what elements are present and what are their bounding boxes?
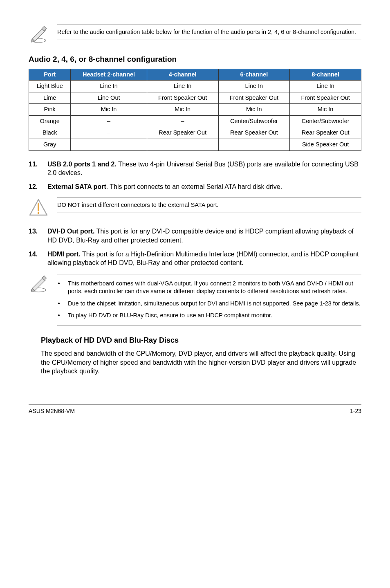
page-footer: ASUS M2N68-VM 1-23 [29, 404, 361, 415]
note-1-text: Refer to the audio configuration table b… [57, 29, 356, 35]
table-row: Light Blue Line In Line In Line In Line … [29, 81, 361, 92]
list-item: 12. External SATA port. This port connec… [29, 182, 361, 191]
pencil-note-icon [29, 25, 48, 44]
th-6ch: 6-channel [218, 69, 290, 81]
table-row: Orange – – Center/Subwoofer Center/Subwo… [29, 115, 361, 127]
note-2-body: • This motherboard comes with dual-VGA o… [57, 274, 361, 325]
bullet-text: This motherboard comes with dual-VGA out… [68, 280, 361, 296]
item-number: 14. [29, 250, 42, 267]
audio-config-table: Port Headset 2-channel 4-channel 6-chann… [29, 69, 361, 151]
th-port: Port [29, 69, 71, 81]
table-row: Gray – – – Side Speaker Out [29, 139, 361, 151]
item-text: USB 2.0 ports 1 and 2. These two 4-pin U… [47, 160, 361, 177]
numbered-list-2: 13. DVI-D Out port. This port is for any… [29, 227, 361, 267]
bullet-dot-icon: • [57, 280, 61, 296]
table-row: Black – Rear Speaker Out Rear Speaker Ou… [29, 127, 361, 139]
sub-body-paragraph: The speed and bandwidth of the CPU/Memor… [41, 349, 361, 376]
caution-triangle-icon [29, 197, 48, 217]
item-text: External SATA port. This port connects t… [47, 182, 361, 191]
note-1-text-container: Refer to the audio configuration table b… [57, 25, 361, 40]
table-row: Pink Mic In Mic In Mic In Mic In [29, 104, 361, 116]
pencil-note-icon [29, 274, 48, 294]
svg-point-7 [38, 212, 40, 214]
th-headset: Headset 2-channel [71, 69, 147, 81]
note-bullet-item: • This motherboard comes with dual-VGA o… [57, 278, 361, 298]
item-text: HDMI port. This port is for a High-Defin… [47, 250, 361, 267]
numbered-list-1: 11. USB 2.0 ports 1 and 2. These two 4-p… [29, 160, 361, 191]
item-text: DVI-D Out port. This port is for any DVI… [47, 227, 361, 245]
footer-left: ASUS M2N68-VM [29, 407, 75, 415]
bullet-dot-icon: • [57, 300, 61, 308]
table-header-row: Port Headset 2-channel 4-channel 6-chann… [29, 69, 361, 81]
list-item: 13. DVI-D Out port. This port is for any… [29, 227, 361, 245]
note-bullet-item: • To play HD DVD or BLU-Ray Disc, ensure… [57, 310, 361, 322]
item-number: 13. [29, 227, 42, 245]
bullet-text: Due to the chipset limitation, simultane… [68, 300, 361, 308]
caution-block: DO NOT insert different connectors to th… [29, 197, 361, 217]
th-4ch: 4-channel [147, 69, 218, 81]
bullet-dot-icon: • [57, 312, 61, 320]
section-heading: Audio 2, 4, 6, or 8-channel configuratio… [29, 54, 361, 65]
list-item: 11. USB 2.0 ports 1 and 2. These two 4-p… [29, 160, 361, 177]
caution-text-container: DO NOT insert different connectors to th… [57, 197, 361, 213]
sub-heading: Playback of HD DVD and Blu-Ray Discs [41, 335, 361, 345]
footer-right: 1-23 [350, 407, 361, 415]
note-block-1: Refer to the audio configuration table b… [29, 25, 361, 44]
item-number: 11. [29, 160, 42, 177]
table-row: Lime Line Out Front Speaker Out Front Sp… [29, 92, 361, 104]
note-bullet-item: • Due to the chipset limitation, simulta… [57, 298, 361, 310]
bullet-text: To play HD DVD or BLU-Ray Disc, ensure t… [68, 312, 272, 320]
th-8ch: 8-channel [290, 69, 361, 81]
item-number: 12. [29, 182, 42, 191]
list-item: 14. HDMI port. This port is for a High-D… [29, 250, 361, 267]
caution-text: DO NOT insert different connectors to th… [57, 202, 219, 208]
note-block-2: • This motherboard comes with dual-VGA o… [29, 274, 361, 325]
